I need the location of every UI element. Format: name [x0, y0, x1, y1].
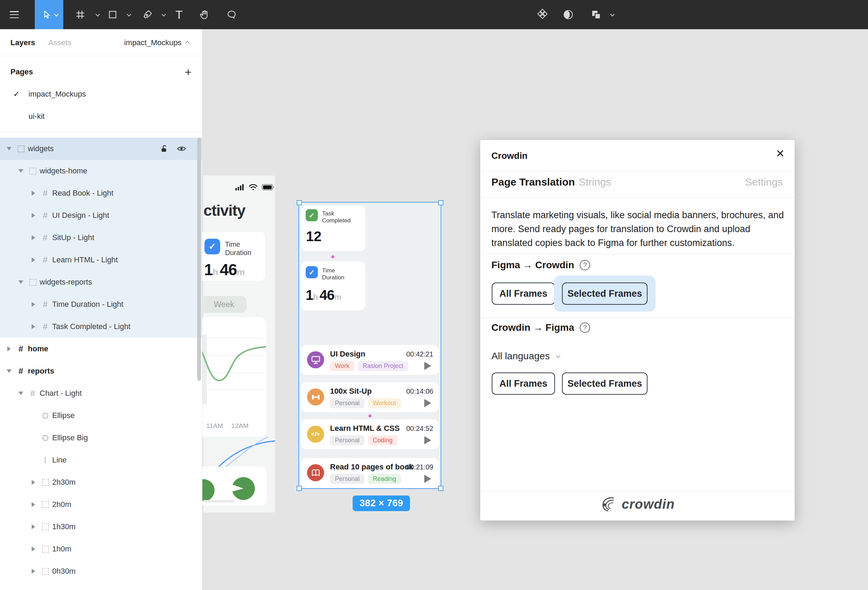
page-item-ui-kit[interactable]: ui-kit — [0, 106, 202, 127]
hamburger-icon — [10, 11, 19, 18]
layer-task-completed-light[interactable]: # Task Completed - Light — [0, 315, 202, 338]
layer-widgets-reports[interactable]: widgets-reports — [0, 271, 202, 293]
crowdin-to-figma-selected-frames-button[interactable]: Selected Frames — [562, 372, 648, 395]
boolean-ops-chevron[interactable] — [606, 0, 618, 29]
layer-chart-light[interactable]: # Chart - Light — [0, 382, 202, 405]
layer-situp-light[interactable]: # SitUp - Light — [0, 227, 202, 249]
layer-ui-design-light[interactable]: # UI Design - Light — [0, 204, 202, 227]
library-button[interactable] — [533, 0, 552, 29]
shape-tool-button[interactable] — [103, 0, 123, 29]
layer-ellipse[interactable]: Ellipse — [0, 405, 202, 427]
language-select-value: All languages — [492, 350, 550, 362]
frame-tool-chevron[interactable] — [91, 0, 103, 29]
tab-layers[interactable]: Layers — [10, 38, 35, 47]
chevron-up-icon — [185, 41, 190, 46]
play-button[interactable] — [424, 436, 431, 444]
add-page-button[interactable]: + — [185, 66, 192, 78]
layer-read-book-light[interactable]: # Read Book - Light — [0, 182, 202, 204]
figma-to-crowdin-selected-frames-button[interactable]: Selected Frames — [562, 282, 648, 305]
play-button[interactable] — [424, 362, 431, 370]
expand-arrow-icon — [32, 569, 35, 574]
task-completed-widget[interactable]: ✓ Task Completed 12 — [301, 206, 366, 251]
pen-tool-chevron[interactable] — [157, 0, 169, 29]
task-row-learn-html[interactable]: </> Learn HTML & CSS 00:24:52 Personal C… — [301, 419, 439, 449]
layer-label: Chart - Light — [40, 389, 82, 398]
layer-1h0m[interactable]: 1h0m — [0, 538, 202, 560]
close-icon[interactable]: × — [776, 146, 784, 160]
play-button[interactable] — [424, 475, 431, 483]
ellipse-icon — [43, 435, 48, 441]
hand-tool-button[interactable] — [193, 0, 215, 29]
unlock-icon[interactable] — [160, 144, 168, 153]
selection-handle-top-right[interactable] — [438, 200, 443, 205]
pages-title: Pages — [10, 68, 33, 77]
dialog-title: Crowdin — [492, 150, 527, 161]
eye-icon[interactable] — [177, 146, 186, 152]
layer-1h30m[interactable]: 1h30m — [0, 516, 202, 538]
layer-learn-html-light[interactable]: # Learn HTML - Light — [0, 249, 202, 271]
file-name-dropdown[interactable]: impact_Mockups — [124, 38, 189, 47]
widget-title: Task Completed — [322, 210, 353, 224]
layer-0h30m[interactable]: 0h30m — [0, 560, 202, 583]
figma-to-crowdin-all-frames-button[interactable]: All Frames — [492, 282, 555, 305]
tab-assets[interactable]: Assets — [48, 38, 71, 47]
task-row-ui-design[interactable]: UI Design 00:42:21 Work Rasion Project — [301, 345, 439, 375]
selection-handle-bottom-left[interactable] — [297, 486, 302, 491]
task-row-read-book[interactable]: Read 10 pages of book 00:21:09 Personal … — [301, 458, 439, 488]
layer-2h0m[interactable]: 2h0m — [0, 493, 202, 516]
boolean-ops-button[interactable] — [587, 0, 605, 29]
main-menu-button[interactable] — [3, 0, 26, 29]
task-row-situp[interactable]: 100x Sit-Up 00:14:06 Personal Workout — [301, 382, 439, 412]
widget-value: 12 — [306, 229, 322, 244]
time-duration-widget[interactable]: ✓ Time Duration 1h 46m — [301, 261, 366, 310]
layers-panel: Layers Assets impact_Mockups Pages + ✓ i… — [0, 29, 202, 590]
shape-tool-chevron[interactable] — [123, 0, 134, 29]
checkmark-icon: ✓ — [13, 90, 28, 99]
layer-widgets-home[interactable]: widgets-home — [0, 160, 202, 182]
text-tool-button[interactable]: T — [169, 0, 189, 29]
move-tool-button[interactable] — [35, 0, 63, 29]
help-icon[interactable]: ? — [580, 260, 590, 270]
pie-card[interactable] — [202, 466, 267, 506]
layer-label: Ellipse Big — [52, 433, 88, 442]
help-icon[interactable]: ? — [580, 322, 590, 333]
week-pill[interactable]: Week — [202, 296, 247, 313]
tab-page-translation[interactable]: Page Translation — [492, 176, 575, 188]
layer-2h30m[interactable]: 2h30m — [0, 471, 202, 493]
crowdin-to-figma-all-frames-button[interactable]: All Frames — [492, 372, 555, 395]
layer-widgets[interactable]: widgets — [0, 138, 202, 160]
layer-label: home — [28, 344, 48, 353]
scrollbar-thumb[interactable] — [197, 138, 201, 381]
frame-tool-button[interactable] — [69, 0, 91, 29]
tab-strings[interactable]: Strings — [579, 176, 611, 188]
pen-tool-icon — [142, 9, 153, 20]
chart-card[interactable]: 11AM 12AM — [202, 317, 266, 437]
mask-button[interactable] — [558, 0, 578, 29]
layer-reports[interactable]: # reports — [0, 360, 202, 382]
layer-home[interactable]: # home — [0, 338, 202, 360]
mask-icon — [563, 9, 574, 20]
language-select[interactable]: All languages — [492, 350, 559, 362]
comment-icon — [226, 9, 237, 20]
tag: Workout — [368, 398, 401, 408]
layer-ellipse-big[interactable]: Ellipse Big — [0, 427, 202, 449]
page-item-impact-mockups[interactable]: ✓ impact_Mockups — [0, 84, 202, 104]
layer-line[interactable]: Line — [0, 449, 202, 471]
expand-arrow-icon — [32, 257, 35, 262]
phone-mockup-partial[interactable]: ctivity ✓ Time Duration 1h 46m Week 11AM… — [204, 175, 275, 512]
layer-label: SitUp - Light — [52, 233, 94, 242]
panel-header: Layers Assets impact_Mockups — [0, 29, 202, 56]
expand-arrow-icon — [32, 302, 35, 307]
task-time: 00:24:52 — [406, 425, 433, 433]
group-icon — [18, 146, 24, 152]
pen-tool-button[interactable] — [138, 0, 157, 29]
comment-tool-button[interactable] — [220, 0, 243, 29]
time-duration-card[interactable]: ✓ Time Duration 1h 46m — [202, 232, 265, 281]
layer-time-duration-light[interactable]: # Time Duration - Light — [0, 293, 202, 315]
selection-handle-bottom-right[interactable] — [438, 486, 443, 491]
selection-handle-top-left[interactable] — [297, 200, 302, 205]
tab-settings[interactable]: Settings — [745, 176, 783, 188]
selected-frame-widgets[interactable]: ✓ Task Completed 12 ✓ Time Duration 1h 4… — [299, 203, 441, 488]
canvas[interactable]: ctivity ✓ Time Duration 1h 46m Week 11AM… — [202, 29, 868, 590]
play-button[interactable] — [424, 399, 431, 407]
